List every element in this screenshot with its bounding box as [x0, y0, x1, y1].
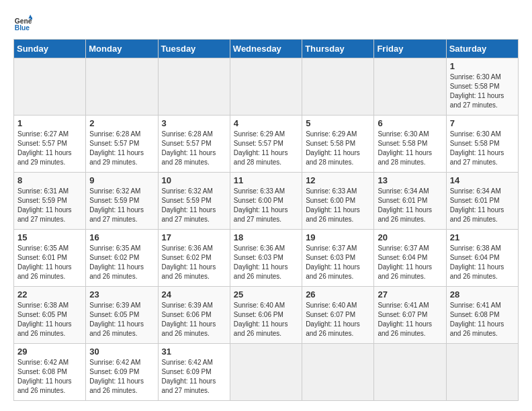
calendar-cell: 13 Sunrise: 6:34 AM Sunset: 6:01 PM Dayl… [374, 173, 446, 230]
day-info: Sunrise: 6:32 AM Sunset: 5:59 PM Dayligh… [162, 187, 226, 224]
day-info: Sunrise: 6:39 AM Sunset: 6:05 PM Dayligh… [89, 301, 154, 338]
day-number: 16 [89, 232, 154, 242]
day-number: 8 [17, 175, 82, 185]
calendar-cell [302, 58, 374, 116]
calendar-cell: 29 Sunrise: 6:42 AM Sunset: 6:08 PM Dayl… [14, 344, 86, 401]
day-info: Sunrise: 6:34 AM Sunset: 6:01 PM Dayligh… [450, 187, 515, 224]
day-number: 24 [162, 289, 226, 300]
day-info: Sunrise: 6:37 AM Sunset: 6:04 PM Dayligh… [378, 244, 442, 281]
svg-text:Blue: Blue [15, 24, 30, 32]
day-number: 20 [378, 232, 442, 242]
calendar-cell: 2 Sunrise: 6:28 AM Sunset: 5:57 PM Dayli… [86, 116, 158, 173]
calendar-week-3: 8 Sunrise: 6:31 AM Sunset: 5:59 PM Dayli… [14, 173, 519, 230]
calendar-week-5: 22 Sunrise: 6:38 AM Sunset: 6:05 PM Dayl… [14, 287, 519, 344]
calendar-cell [86, 58, 158, 116]
day-header-monday: Monday [86, 40, 158, 58]
day-info: Sunrise: 6:40 AM Sunset: 6:06 PM Dayligh… [234, 301, 298, 338]
day-number: 5 [306, 118, 370, 128]
day-info: Sunrise: 6:29 AM Sunset: 5:58 PM Dayligh… [306, 130, 370, 167]
day-number: 3 [162, 118, 226, 128]
logo-icon: General Blue [13, 13, 32, 32]
day-number: 6 [378, 118, 442, 128]
day-number: 2 [89, 118, 154, 128]
calendar-week-1: 1 Sunrise: 6:30 AM Sunset: 5:58 PM Dayli… [14, 58, 519, 116]
calendar-cell [374, 58, 446, 116]
calendar-table: SundayMondayTuesdayWednesdayThursdayFrid… [13, 39, 519, 401]
day-number: 30 [89, 347, 154, 357]
day-header-saturday: Saturday [446, 40, 518, 58]
day-info: Sunrise: 6:28 AM Sunset: 5:57 PM Dayligh… [89, 130, 154, 167]
day-info: Sunrise: 6:42 AM Sunset: 6:09 PM Dayligh… [162, 358, 226, 396]
calendar-cell: 24 Sunrise: 6:39 AM Sunset: 6:06 PM Dayl… [158, 287, 230, 344]
calendar-cell: 17 Sunrise: 6:36 AM Sunset: 6:02 PM Dayl… [158, 230, 230, 287]
day-header-thursday: Thursday [302, 40, 374, 58]
calendar-cell [230, 58, 302, 116]
calendar-cell: 20 Sunrise: 6:37 AM Sunset: 6:04 PM Dayl… [374, 230, 446, 287]
day-number: 22 [17, 289, 82, 300]
calendar-cell: 28 Sunrise: 6:41 AM Sunset: 6:08 PM Dayl… [446, 287, 518, 344]
day-number: 12 [306, 175, 370, 185]
day-info: Sunrise: 6:29 AM Sunset: 5:57 PM Dayligh… [234, 130, 298, 167]
calendar-cell: 31 Sunrise: 6:42 AM Sunset: 6:09 PM Dayl… [158, 344, 230, 401]
day-number: 28 [450, 289, 515, 300]
calendar-cell [14, 58, 86, 116]
calendar-cell: 15 Sunrise: 6:35 AM Sunset: 6:01 PM Dayl… [14, 230, 86, 287]
day-info: Sunrise: 6:40 AM Sunset: 6:07 PM Dayligh… [306, 301, 370, 338]
calendar-cell: 7 Sunrise: 6:30 AM Sunset: 5:58 PM Dayli… [446, 116, 518, 173]
calendar-cell: 5 Sunrise: 6:29 AM Sunset: 5:58 PM Dayli… [302, 116, 374, 173]
day-header-wednesday: Wednesday [230, 40, 302, 58]
day-number: 7 [450, 118, 515, 128]
calendar-cell: 23 Sunrise: 6:39 AM Sunset: 6:05 PM Dayl… [86, 287, 158, 344]
day-info: Sunrise: 6:38 AM Sunset: 6:04 PM Dayligh… [450, 244, 515, 281]
calendar-cell: 6 Sunrise: 6:30 AM Sunset: 5:58 PM Dayli… [374, 116, 446, 173]
calendar-cell [230, 344, 302, 401]
calendar-cell [158, 58, 230, 116]
day-info: Sunrise: 6:28 AM Sunset: 5:57 PM Dayligh… [162, 130, 226, 167]
day-info: Sunrise: 6:31 AM Sunset: 5:59 PM Dayligh… [17, 187, 82, 224]
day-number: 15 [17, 232, 82, 242]
calendar-cell: 12 Sunrise: 6:33 AM Sunset: 6:00 PM Dayl… [302, 173, 374, 230]
day-info: Sunrise: 6:33 AM Sunset: 6:00 PM Dayligh… [306, 187, 370, 224]
day-info: Sunrise: 6:42 AM Sunset: 6:08 PM Dayligh… [17, 358, 82, 396]
day-number: 18 [234, 232, 298, 242]
day-info: Sunrise: 6:42 AM Sunset: 6:09 PM Dayligh… [89, 358, 154, 396]
day-number: 14 [450, 175, 515, 185]
day-number: 27 [378, 289, 442, 300]
day-info: Sunrise: 6:32 AM Sunset: 5:59 PM Dayligh… [89, 187, 154, 224]
day-info: Sunrise: 6:27 AM Sunset: 5:57 PM Dayligh… [17, 130, 82, 167]
day-info: Sunrise: 6:35 AM Sunset: 6:01 PM Dayligh… [17, 244, 82, 281]
day-number: 26 [306, 289, 370, 300]
calendar-cell: 22 Sunrise: 6:38 AM Sunset: 6:05 PM Dayl… [14, 287, 86, 344]
calendar-body: 1 Sunrise: 6:30 AM Sunset: 5:58 PM Dayli… [14, 58, 519, 401]
day-info: Sunrise: 6:41 AM Sunset: 6:08 PM Dayligh… [450, 301, 515, 338]
day-header-tuesday: Tuesday [158, 40, 230, 58]
calendar-cell: 19 Sunrise: 6:37 AM Sunset: 6:03 PM Dayl… [302, 230, 374, 287]
day-header-friday: Friday [374, 40, 446, 58]
day-number: 4 [234, 118, 298, 128]
day-info: Sunrise: 6:35 AM Sunset: 6:02 PM Dayligh… [89, 244, 154, 281]
day-number: 17 [162, 232, 226, 242]
calendar-week-6: 29 Sunrise: 6:42 AM Sunset: 6:08 PM Dayl… [14, 344, 519, 401]
day-info: Sunrise: 6:38 AM Sunset: 6:05 PM Dayligh… [17, 301, 82, 338]
calendar-cell: 10 Sunrise: 6:32 AM Sunset: 5:59 PM Dayl… [158, 173, 230, 230]
calendar-week-4: 15 Sunrise: 6:35 AM Sunset: 6:01 PM Dayl… [14, 230, 519, 287]
day-info: Sunrise: 6:33 AM Sunset: 6:00 PM Dayligh… [234, 187, 298, 224]
calendar-cell: 4 Sunrise: 6:29 AM Sunset: 5:57 PM Dayli… [230, 116, 302, 173]
calendar-header: General Blue [13, 13, 519, 32]
calendar-week-2: 1 Sunrise: 6:27 AM Sunset: 5:57 PM Dayli… [14, 116, 519, 173]
day-number: 13 [378, 175, 442, 185]
day-number: 25 [234, 289, 298, 300]
calendar-header-row: SundayMondayTuesdayWednesdayThursdayFrid… [14, 40, 519, 58]
day-info: Sunrise: 6:30 AM Sunset: 5:58 PM Dayligh… [450, 130, 515, 167]
day-number: 10 [162, 175, 226, 185]
day-info: Sunrise: 6:36 AM Sunset: 6:03 PM Dayligh… [234, 244, 298, 281]
day-info: Sunrise: 6:41 AM Sunset: 6:07 PM Dayligh… [378, 301, 442, 338]
calendar-cell: 8 Sunrise: 6:31 AM Sunset: 5:59 PM Dayli… [14, 173, 86, 230]
day-number: 1 [17, 118, 82, 128]
calendar-cell [302, 344, 374, 401]
calendar-cell: 1 Sunrise: 6:30 AM Sunset: 5:58 PM Dayli… [446, 58, 518, 116]
calendar-cell: 3 Sunrise: 6:28 AM Sunset: 5:57 PM Dayli… [158, 116, 230, 173]
day-number: 23 [89, 289, 154, 300]
day-info: Sunrise: 6:34 AM Sunset: 6:01 PM Dayligh… [378, 187, 442, 224]
day-info: Sunrise: 6:37 AM Sunset: 6:03 PM Dayligh… [306, 244, 370, 281]
